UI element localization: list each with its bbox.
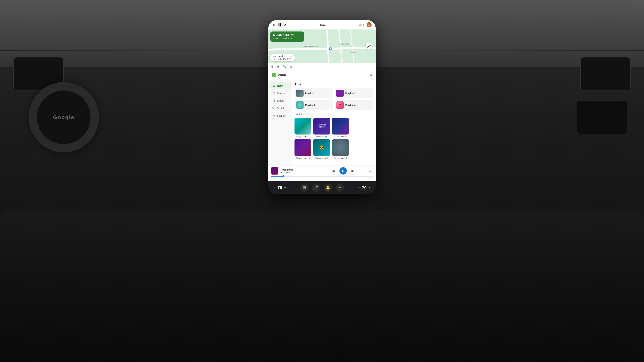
playlist-thumb-4: ☺ (336, 101, 344, 109)
avatar[interactable]: A (366, 22, 372, 27)
app-content: ♪ Aural ≡ ⊞ Home ☰ Browse ||| Library (268, 70, 376, 181)
app-header: ♪ Aural ≡ (268, 70, 376, 80)
svg-text:Charleston Rd: Charleston Rd (339, 43, 350, 45)
player-info: Track name Artist name (280, 168, 293, 173)
expand-button[interactable]: ∧ (367, 168, 373, 174)
nav-street: Middlefield Rd (273, 33, 301, 37)
app-logo-icon: ♪ (272, 73, 276, 77)
vol-num-left: 70 (278, 185, 282, 190)
progress-bar[interactable] (271, 176, 373, 177)
vol-plus-left[interactable]: + (284, 186, 286, 190)
steering-area: Google (14, 67, 114, 168)
content-area: ⊞ Home ☰ Browse ||| Library 🔍 Search ⚙ (268, 80, 376, 165)
progress-fill (271, 176, 283, 177)
mic-button[interactable]: 🎤 (366, 43, 372, 50)
playlist-thumb-2 (336, 90, 344, 97)
playlist-name-3: Playlist 3 (305, 104, 316, 106)
sidebar-item-search[interactable]: 🔍 Search (269, 105, 291, 112)
device-screen: ⊕ ▐▐ ⚙ 8:32 64° F A Amphitheatre Pkwy Ch (268, 20, 376, 194)
vol-plus-right[interactable]: + (368, 186, 371, 190)
playlist-item-1[interactable]: Playlist 1 (294, 88, 333, 98)
grid-button[interactable]: ⊞ (300, 183, 308, 192)
progress-times: 0:24 3:33 (271, 177, 373, 179)
eta-distance: 5 min · 1.7 mi (278, 55, 292, 58)
app-name: Aural (278, 73, 286, 77)
sidebar-item-home[interactable]: ⊞ Home (269, 82, 291, 89)
playlist-card-5[interactable]: 😎 Playlist name 5 (313, 139, 330, 159)
playlist-item-2[interactable]: Playlist 2 (334, 88, 373, 98)
next-button[interactable]: ⏭ (350, 168, 356, 174)
playlist-name-1: Playlist 1 (305, 92, 316, 95)
map-section: Amphitheatre Pkwy Charleston Rd Plymouth… (268, 29, 376, 63)
sidebar-label-settings: Settings (277, 114, 286, 117)
eta-card: × 5 min · 1.7 mi 5:24 PM PDT (270, 54, 295, 61)
eta-time: 5:24 PM PDT (278, 58, 292, 60)
heart-button[interactable]: ♡ (358, 168, 364, 174)
progress-dot (282, 175, 284, 177)
section-subtitle: Subtitle (294, 113, 373, 116)
main-content: Title Playlist 1 Playlist 2 (292, 80, 376, 165)
playlist-card-2[interactable]: ABSTRACTDESIGN Playlist name 2 (313, 118, 330, 138)
bluetooth-icon: ⊕ (272, 23, 276, 26)
sidebar-item-library[interactable]: ||| Library (269, 97, 291, 104)
sidebar-label-home: Home (277, 84, 284, 87)
playlist-card-1[interactable]: Playlist name 1 (294, 118, 311, 138)
map-location-btn[interactable]: ⊕ (290, 65, 292, 68)
map-route-btn[interactable]: ⊘ (277, 65, 280, 68)
center-controls: ⊞ 🎤 🔔 ✦ (300, 183, 344, 192)
playlist-card-thumb-4 (294, 139, 311, 156)
map-settings-btn[interactable]: ⚙ (271, 65, 274, 68)
status-temp: 64° F (358, 23, 364, 26)
settings-icon-sidebar: ⚙ (272, 114, 276, 117)
playlist-thumb-3 (296, 101, 304, 109)
playlist-name-4: Playlist 4 (345, 104, 356, 106)
sidebar-item-settings[interactable]: ⚙ Settings (269, 112, 291, 119)
player-artist-name: Artist name (280, 171, 293, 173)
player-track: Track name Artist name (271, 167, 293, 175)
status-bar: ⊕ ▐▐ ⚙ 8:32 64° F A (268, 20, 376, 29)
playlist-card-name-2: Playlist name 2 (313, 136, 330, 138)
playlist-card-4[interactable]: Playlist name 4 (294, 139, 311, 159)
vol-minus-left[interactable]: − (273, 186, 276, 190)
map-toolbar: ⚙ ⊘ 🔍 ⊕ (268, 63, 376, 70)
playlist-card-thumb-6 (332, 139, 349, 156)
nav-arrow: ↑ (299, 34, 301, 39)
playlist-card-name-1: Playlist name 1 (294, 136, 311, 138)
bell-button[interactable]: 🔔 (324, 183, 332, 192)
bottom-controls: − 70 + ⊞ 🎤 🔔 ✦ − 70 + (268, 181, 376, 194)
sidebar-label-browse: Browse (277, 92, 285, 95)
queue-icon[interactable]: ≡ (370, 73, 372, 77)
sidebar-label-library: Library (277, 99, 284, 102)
browse-icon: ☰ (272, 92, 276, 95)
svg-text:Plymouth St: Plymouth St (349, 51, 358, 53)
play-button[interactable]: ▶ (340, 167, 347, 175)
playlist-card-name-3: Playlist name 3 (332, 136, 349, 138)
playlist-item-3[interactable]: Playlist 3 (294, 100, 333, 110)
total-time: 3:33 (370, 177, 373, 179)
vol-minus-right[interactable]: − (358, 186, 360, 190)
playlist-card-name-5: Playlist name 5 (313, 157, 330, 159)
player-bar: Track name Artist name ⏮ ▶ ⏭ ♡ ∧ 0:24 (268, 165, 376, 181)
playlist-card-6[interactable]: Playlist name 6 (332, 139, 349, 159)
close-button[interactable]: × (273, 56, 276, 60)
section-title: Title (294, 82, 373, 86)
map-search-btn[interactable]: 🔍 (283, 65, 286, 68)
playlist-thumb-1 (296, 90, 304, 97)
google-logo: Google (53, 114, 74, 120)
playlist-grid: Playlist 1 Playlist 2 Playlist 3 (294, 88, 373, 110)
playlist-card-3[interactable]: Playlist name 3 (332, 118, 349, 138)
playlist-card-thumb-2: ABSTRACTDESIGN (313, 118, 330, 135)
sidebar-label-search: Search (277, 107, 284, 110)
signal-icon: ▐▐ (278, 23, 281, 26)
playlist-item-4[interactable]: ☺ Playlist 4 (334, 100, 373, 110)
svg-point-10 (330, 48, 331, 49)
volume-right: − 70 + (358, 185, 371, 190)
mic-center-button[interactable]: 🎤 (312, 183, 320, 192)
star-button[interactable]: ✦ (336, 183, 344, 192)
prev-button[interactable]: ⏮ (331, 168, 337, 174)
player-main: Track name Artist name ⏮ ▶ ⏭ ♡ ∧ (271, 167, 373, 175)
playlist-card-name-4: Playlist name 4 (294, 157, 311, 159)
sidebar-item-browse[interactable]: ☰ Browse (269, 90, 291, 97)
player-thumb (271, 167, 278, 175)
search-icon: 🔍 (272, 107, 276, 110)
